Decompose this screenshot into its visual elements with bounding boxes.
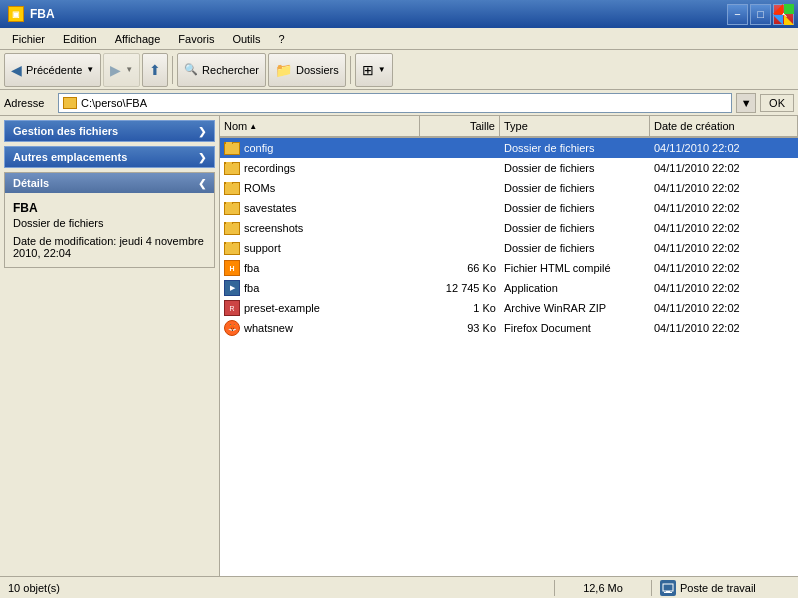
table-row[interactable]: savestates Dossier de fichiers 04/11/201… [220,198,798,218]
cell-type: Dossier de fichiers [500,202,650,214]
table-row[interactable]: screenshots Dossier de fichiers 04/11/20… [220,218,798,238]
details-collapse-icon: ❮ [198,178,206,189]
col-header-name[interactable]: Nom ▲ [220,116,420,136]
autres-label: Autres emplacements [13,151,127,163]
cell-type: Fichier HTML compilé [500,262,650,274]
toolbar-separator-1 [172,56,173,84]
menu-outils[interactable]: Outils [224,31,268,47]
address-dropdown[interactable]: ▼ [736,93,756,113]
file-name-text: fba [244,262,259,274]
menu-favoris[interactable]: Favoris [170,31,222,47]
cell-size: 66 Ko [420,262,500,274]
detail-filetype: Dossier de fichiers [13,217,206,229]
detail-filedate: Date de modification: jeudi 4 novembre 2… [13,235,206,259]
minimize-button[interactable]: − [727,4,748,25]
details-header[interactable]: Détails ❮ [5,173,214,193]
menu-affichage[interactable]: Affichage [107,31,169,47]
cell-date: 04/11/2010 22:02 [650,262,798,274]
file-name-text: whatsnew [244,322,293,334]
address-ok-button[interactable]: OK [760,94,794,112]
search-label: Rechercher [202,64,259,76]
back-button[interactable]: ◀ Précédente ▼ [4,53,101,87]
cell-name: R preset-example [220,300,420,316]
gestion-collapse-icon: ❯ [198,126,206,137]
table-row[interactable]: H fba 66 Ko Fichier HTML compilé 04/11/2… [220,258,798,278]
address-label: Adresse [4,97,54,109]
menu-edition[interactable]: Edition [55,31,105,47]
file-name-text: fba [244,282,259,294]
back-label: Précédente [26,64,82,76]
menu-fichier[interactable]: Fichier [4,31,53,47]
forward-button[interactable]: ▶ ▼ [103,53,140,87]
back-dropdown-icon: ▼ [86,65,94,74]
cell-name: ROMs [220,182,420,195]
app-icon: ▶ [224,280,240,296]
table-row[interactable]: config Dossier de fichiers 04/11/2010 22… [220,138,798,158]
forward-icon: ▶ [110,62,121,78]
table-row[interactable]: ▶ fba 12 745 Ko Application 04/11/2010 2… [220,278,798,298]
file-rows: config Dossier de fichiers 04/11/2010 22… [220,138,798,576]
detail-filename: FBA [13,201,206,215]
gestion-label: Gestion des fichiers [13,125,118,137]
cell-type: Dossier de fichiers [500,242,650,254]
svg-rect-1 [666,591,670,592]
search-icon: 🔍 [184,63,198,76]
col-header-date[interactable]: Date de création [650,116,798,136]
cell-name: screenshots [220,222,420,235]
folders-button[interactable]: 📁 Dossiers [268,53,346,87]
cell-date: 04/11/2010 22:02 [650,162,798,174]
address-path: C:\perso\FBA [81,97,727,109]
table-row[interactable]: R preset-example 1 Ko Archive WinRAR ZIP… [220,298,798,318]
status-location: Poste de travail [660,580,790,596]
status-separator-1 [554,580,555,596]
menu-bar: Fichier Edition Affichage Favoris Outils… [0,28,798,50]
cell-name: 🦊 whatsnew [220,320,420,336]
file-name-text: screenshots [244,222,303,234]
folder-icon [224,202,240,215]
autres-section: Autres emplacements ❯ [4,146,215,168]
cell-date: 04/11/2010 22:02 [650,202,798,214]
cell-name: savestates [220,202,420,215]
table-row[interactable]: ROMs Dossier de fichiers 04/11/2010 22:0… [220,178,798,198]
svg-rect-0 [663,584,673,591]
cell-name: support [220,242,420,255]
gestion-header[interactable]: Gestion des fichiers ❯ [5,121,214,141]
folder-icon [224,182,240,195]
firefox-icon: 🦊 [224,320,240,336]
toolbar: ◀ Précédente ▼ ▶ ▼ ⬆ 🔍 Rechercher 📁 Doss… [0,50,798,90]
gestion-section: Gestion des fichiers ❯ [4,120,215,142]
cell-name: config [220,142,420,155]
cell-date: 04/11/2010 22:02 [650,222,798,234]
cell-size: 93 Ko [420,322,500,334]
col-header-type[interactable]: Type [500,116,650,136]
left-panel: Gestion des fichiers ❯ Autres emplacemen… [0,116,220,576]
table-row[interactable]: 🦊 whatsnew 93 Ko Firefox Document 04/11/… [220,318,798,338]
folders-label: Dossiers [296,64,339,76]
computer-icon [660,580,676,596]
views-button[interactable]: ⊞ ▼ [355,53,393,87]
menu-help[interactable]: ? [271,31,293,47]
status-bar: 10 objet(s) 12,6 Mo Poste de travail [0,576,798,598]
table-row[interactable]: support Dossier de fichiers 04/11/2010 2… [220,238,798,258]
cell-name: ▶ fba [220,280,420,296]
file-name-text: savestates [244,202,297,214]
col-header-size[interactable]: Taille [420,116,500,136]
up-button[interactable]: ⬆ [142,53,168,87]
folder-icon [224,142,240,155]
cell-date: 04/11/2010 22:02 [650,142,798,154]
address-input-wrap[interactable]: C:\perso\FBA [58,93,732,113]
autres-collapse-icon: ❯ [198,152,206,163]
autres-header[interactable]: Autres emplacements ❯ [5,147,214,167]
search-button[interactable]: 🔍 Rechercher [177,53,266,87]
address-folder-icon [63,97,77,109]
maximize-button[interactable]: □ [750,4,771,25]
sort-arrow-icon: ▲ [249,122,257,131]
winxp-logo [772,3,794,25]
cell-date: 04/11/2010 22:02 [650,322,798,334]
forward-dropdown-icon: ▼ [125,65,133,74]
table-row[interactable]: recordings Dossier de fichiers 04/11/201… [220,158,798,178]
title-bar: ▣ FBA − □ ✕ [0,0,798,28]
cell-name: H fba [220,260,420,276]
folder-icon [224,222,240,235]
cell-date: 04/11/2010 22:02 [650,302,798,314]
